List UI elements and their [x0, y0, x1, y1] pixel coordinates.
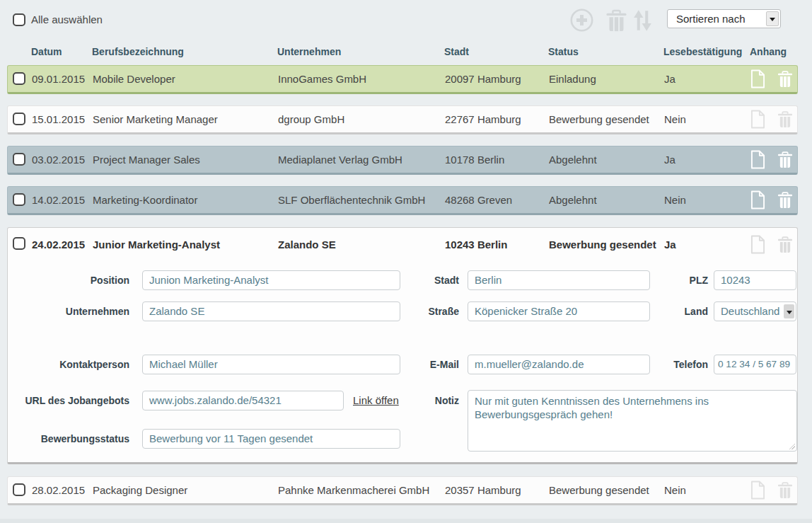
row-lesebestaetigung: Ja	[664, 73, 750, 85]
row-delete-icon	[777, 481, 793, 500]
field-label-unternehmen: Unternehmen	[8, 301, 129, 321]
row-delete-icon[interactable]	[777, 69, 793, 88]
row-stadt: 10243 Berlin	[445, 238, 549, 251]
notiz-textarea[interactable]: Nur mit guten Kenntnissen des Unternehme…	[468, 390, 797, 452]
add-circle-icon[interactable]	[569, 8, 594, 35]
row-berufsbezeichnung: Project Manager Sales	[93, 154, 278, 166]
row-checkbox[interactable]	[13, 237, 25, 250]
row-stadt: 48268 Greven	[445, 194, 549, 206]
table-row[interactable]: 15.01.2015 Senior Marketing Manager dgro…	[7, 105, 798, 134]
row-datum: 09.01.2015	[32, 73, 93, 85]
header-anhang: Anhang	[750, 46, 798, 57]
table-row[interactable]: 28.02.2015 Packaging Designer Pahnke Mar…	[7, 476, 798, 505]
field-label-notiz: Notiz	[332, 391, 459, 410]
row-unternehmen: InnoGames GmbH	[278, 73, 445, 85]
row-stadt: 20097 Hamburg	[445, 73, 549, 85]
row-stadt: 22767 Hamburg	[445, 113, 549, 125]
row-checkbox[interactable]	[13, 72, 25, 85]
table-row[interactable]: 14.02.2015 Marketing-Koordinator SLF Obe…	[7, 186, 798, 215]
row-unternehmen: SLF Oberflächentechnik GmbH	[278, 194, 445, 206]
header-datum: Datum	[31, 46, 92, 57]
row-datum: 28.02.2015	[32, 484, 93, 496]
field-label-strasse: Straße	[332, 301, 459, 321]
attachment-icon[interactable]	[750, 150, 765, 169]
row-status: Bewerbung gesendet	[549, 484, 664, 496]
row-unternehmen: Pahnke Markenmacherei GmbH	[278, 484, 445, 496]
row-datum: 03.02.2015	[32, 154, 93, 166]
header-berufsbezeichnung: Berufsbezeichnung	[92, 46, 277, 57]
row-stadt: 10178 Berlin	[445, 154, 549, 166]
row-status: Einladung	[549, 73, 664, 85]
field-label-telefon: Telefon	[595, 355, 708, 374]
resize-handle-icon[interactable]	[789, 443, 795, 449]
header-unternehmen: Unternehmen	[277, 46, 444, 57]
field-label-plz: PLZ	[595, 270, 708, 290]
field-label-kontaktperson: Kontaktperson	[8, 355, 129, 374]
land-select[interactable]: Deutschland	[714, 301, 796, 321]
field-label-url: URL des Jobangebots	[8, 391, 129, 410]
row-checkbox[interactable]	[13, 153, 25, 166]
row-unternehmen: dgroup GmbH	[278, 113, 445, 125]
attachment-icon	[750, 235, 765, 254]
sort-arrows-icon[interactable]	[632, 9, 654, 35]
field-label-stadt: Stadt	[332, 270, 459, 290]
row-checkbox[interactable]	[13, 113, 25, 125]
row-lesebestaetigung: Nein	[664, 194, 750, 206]
row-datum: 24.02.2015	[32, 238, 93, 251]
field-label-email: E-Mail	[332, 355, 459, 374]
row-lesebestaetigung: Nein	[664, 113, 750, 125]
detail-summary-row[interactable]: 24.02.2015 Junior Marketing-Analyst Zala…	[8, 230, 797, 258]
table-header: Datum Berufsbezeichnung Unternehmen Stad…	[7, 42, 798, 61]
attachment-icon	[750, 110, 765, 129]
table-row[interactable]: 03.02.2015 Project Manager Sales Mediapl…	[7, 146, 798, 175]
sort-dropdown-value: Sortieren nach	[676, 10, 746, 28]
header-lesebestaetigung: Lesebestätigung	[663, 46, 750, 57]
row-delete-icon	[777, 110, 793, 129]
telefon-input[interactable]: 0 12 34 / 5 67 89	[714, 355, 796, 374]
url-input[interactable]: www.jobs.zalando.de/54321	[142, 391, 344, 410]
row-datum: 14.02.2015	[32, 194, 93, 206]
row-unternehmen: Mediaplanet Verlag GmbH	[278, 154, 445, 166]
sort-dropdown-arrow-icon[interactable]	[766, 11, 779, 26]
row-delete-icon[interactable]	[777, 150, 793, 169]
row-checkbox[interactable]	[13, 193, 25, 206]
row-berufsbezeichnung: Packaging Designer	[93, 484, 278, 496]
attachment-icon[interactable]	[750, 69, 765, 88]
row-datum: 15.01.2015	[32, 113, 93, 125]
field-label-land: Land	[595, 301, 708, 321]
select-all-label: Alle auswählen	[31, 13, 103, 26]
notiz-text: Nur mit guten Kenntnissen des Unternehme…	[475, 395, 709, 420]
bewerbungsstatus-input[interactable]: Bewerbung vor 11 Tagen gesendet	[142, 429, 400, 449]
row-lesebestaetigung: Ja	[664, 238, 750, 251]
table-row[interactable]: 09.01.2015 Mobile Developer InnoGames Gm…	[7, 65, 798, 94]
sort-dropdown[interactable]: Sortieren nach	[667, 9, 781, 28]
row-lesebestaetigung: Nein	[664, 484, 750, 496]
land-select-arrow-icon[interactable]	[784, 304, 794, 318]
header-stadt: Stadt	[444, 46, 548, 57]
field-label-position: Position	[8, 270, 129, 290]
land-select-value: Deutschland	[721, 305, 779, 317]
row-unternehmen: Zalando SE	[278, 238, 445, 251]
attachment-icon	[750, 481, 765, 500]
row-stadt: 20357 Hamburg	[445, 484, 549, 496]
row-status: Bewerbung gesendet	[549, 238, 664, 251]
row-status: Abgelehnt	[549, 194, 664, 206]
field-label-bewerbungsstatus: Bewerbungsstatus	[8, 429, 129, 449]
row-lesebestaetigung: Ja	[664, 154, 750, 166]
row-berufsbezeichnung: Marketing-Koordinator	[93, 194, 278, 206]
attachment-icon[interactable]	[750, 190, 765, 209]
select-all-checkbox[interactable]	[13, 13, 25, 26]
row-berufsbezeichnung: Mobile Developer	[93, 73, 278, 85]
plz-input[interactable]: 10243	[714, 270, 796, 290]
delete-icon[interactable]	[605, 9, 627, 35]
row-berufsbezeichnung: Senior Marketing Manager	[93, 113, 278, 125]
bottom-edge	[0, 519, 812, 523]
row-status: Bewerbung gesendet	[549, 113, 664, 125]
row-status: Abgelehnt	[549, 154, 664, 166]
row-checkbox[interactable]	[13, 483, 25, 496]
row-delete-icon[interactable]	[777, 190, 793, 209]
header-status: Status	[548, 46, 663, 57]
row-delete-icon	[777, 235, 793, 254]
detail-panel: 24.02.2015 Junior Marketing-Analyst Zala…	[7, 227, 798, 464]
row-berufsbezeichnung: Junior Marketing-Analyst	[93, 238, 278, 251]
